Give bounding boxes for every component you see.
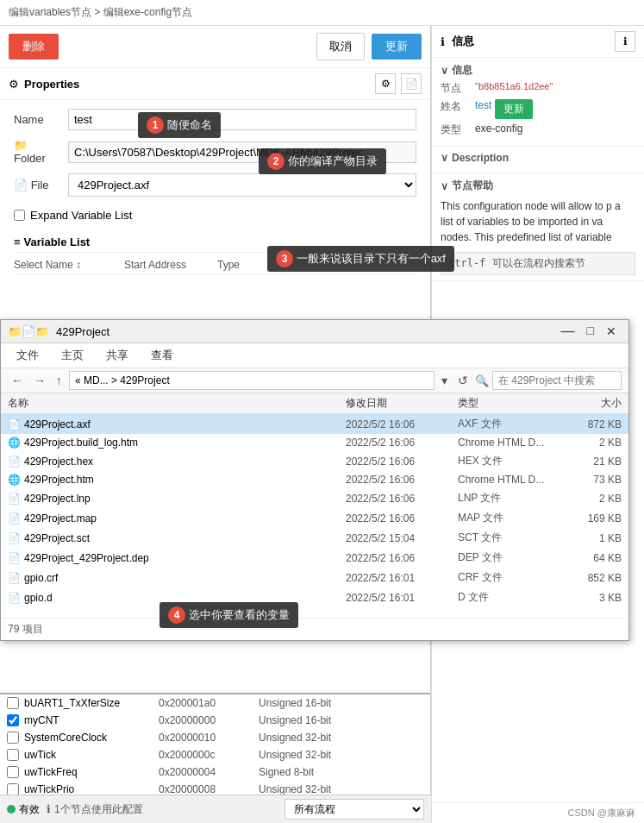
explorer-content: 名称 修改日期 类型 大小 📄 429Project.axf 2022/5/2 … [1, 393, 628, 618]
right-footer: CSDN @康麻麻 [431, 802, 644, 823]
file-date: 2022/5/2 16:06 [346, 493, 458, 505]
page-icon-button[interactable]: 📄 [401, 73, 422, 94]
file-item[interactable]: 📄 429Project.hex 2022/5/2 16:06 HEX 文件 2… [1, 451, 628, 471]
help-section: ∨ 节点帮助 This configuration node will allo… [432, 173, 644, 281]
variable-addr: 0x2000000c [159, 749, 253, 761]
explorer-tab-查看[interactable]: 查看 [142, 345, 182, 366]
settings-icon-button[interactable]: ⚙ [375, 73, 396, 94]
properties-title: Properties [24, 78, 370, 91]
file-type-icon: 📄 [8, 552, 21, 564]
search-input[interactable] [492, 371, 622, 390]
variable-item: myCNT 0x20000000 Unsigned 16-bit [0, 712, 430, 729]
folder-icon: 📁 [14, 139, 28, 152]
file-type: LNP 文件 [458, 491, 561, 506]
variable-item: bUART1_TxXferSize 0x200001a0 Unsigned 16… [0, 694, 430, 712]
variable-checkbox[interactable] [7, 697, 19, 709]
col-size: 大小 [561, 396, 622, 411]
search-icon: 🔍 [475, 374, 489, 387]
explorer-tab-主页[interactable]: 主页 [53, 345, 92, 366]
variable-list-header: ≡ Variable List [14, 232, 416, 253]
dropdown-button[interactable]: ▾ [438, 372, 451, 389]
col-addr-header: Start Address [124, 259, 210, 271]
file-size: 1 KB [561, 532, 622, 544]
file-item[interactable]: 📄 gpio.d 2022/5/2 16:01 D 文件 3 KB [1, 587, 628, 607]
gear-icon: ⚙ [9, 78, 19, 91]
breadcrumb: 编辑variables节点 > 编辑exe-config节点 [0, 0, 644, 26]
forward-button[interactable]: → [30, 372, 49, 389]
folder-row: 📁 Folder [14, 139, 416, 165]
variable-name: myCNT [24, 714, 153, 726]
bottom-status: 有效 ℹ 1个节点使用此配置 所有流程 [0, 795, 431, 823]
file-name: 📄 429Project.sct [8, 532, 346, 544]
file-row: 📄 File 429Project.axf [14, 173, 416, 197]
up-button[interactable]: ↑ [53, 372, 66, 389]
type-value: exe-config [475, 123, 522, 135]
file-type-icon: 📄 [8, 592, 21, 604]
file-item[interactable]: 🌐 429Project.build_log.htm 2022/5/2 16:0… [1, 434, 628, 451]
node-value: "b8b851a6.1d2ee" [475, 81, 553, 91]
file-name: 📄 gpio.crf [8, 572, 346, 584]
file-type: AXF 文件 [458, 417, 561, 431]
variable-name: bUART1_TxXferSize [24, 697, 153, 709]
file-size: 21 KB [561, 455, 622, 468]
file-item[interactable]: 📄 429Project.sct 2022/5/2 15:04 SCT 文件 1… [1, 528, 628, 548]
node-key: 节点 [441, 81, 475, 96]
variable-checkbox[interactable] [7, 783, 19, 795]
back-button[interactable]: ← [8, 372, 27, 389]
variable-checkbox[interactable] [7, 714, 19, 726]
explorer-titlebar: 📁📄📁 429Project — □ ✕ [1, 320, 628, 343]
file-type: Chrome HTML D... [458, 474, 561, 486]
variable-checkbox[interactable] [7, 766, 19, 778]
file-explorer: 📁📄📁 429Project — □ ✕ 文件主页共享查看 ← → ↑ ▾ ↺ … [0, 319, 629, 641]
file-count: 79 项目 [1, 618, 628, 640]
file-type: HEX 文件 [458, 454, 561, 468]
col-type-header: Type [217, 259, 286, 271]
info-button[interactable]: ℹ [615, 31, 635, 52]
right-update-button[interactable]: 更新 [495, 99, 533, 119]
file-type: Chrome HTML D... [458, 437, 561, 449]
file-type-icon: 🌐 [8, 437, 21, 449]
file-item[interactable]: 📄 429Project_429Project.dep 2022/5/2 16:… [1, 548, 628, 568]
expand-icon-info: ∨ [441, 65, 448, 77]
file-name: 📄 429Project.lnp [8, 493, 346, 505]
variable-columns: Select Name ↕ Start Address Type [14, 256, 416, 274]
info-section-title: ∨ 信息 [441, 63, 635, 78]
variable-type: Unsigned 32-bit [259, 783, 423, 795]
file-date: 2022/5/2 16:06 [346, 552, 458, 564]
file-item[interactable]: 📄 429Project.axf 2022/5/2 16:06 AXF 文件 8… [1, 414, 628, 434]
cancel-button[interactable]: 取消 [316, 33, 365, 60]
refresh-button[interactable]: ↺ [454, 372, 472, 389]
expand-icon-help: ∨ [441, 180, 448, 192]
file-item[interactable]: 📄 gpio.crf 2022/5/2 16:01 CRF 文件 852 KB [1, 568, 628, 587]
folder-input[interactable] [68, 141, 416, 163]
variable-name: uwTickPrio [24, 783, 153, 795]
name-row-right: 姓名 test 更新 [441, 99, 635, 119]
file-item[interactable]: 📄 429Project.lnp 2022/5/2 16:06 LNP 文件 2… [1, 488, 628, 508]
node-row: 节点 "b8b851a6.1d2ee" [441, 81, 635, 96]
file-item[interactable]: 🌐 429Project.htm 2022/5/2 16:06 Chrome H… [1, 471, 628, 488]
explorer-tab-文件[interactable]: 文件 [8, 345, 47, 366]
minimize-button[interactable]: — [556, 324, 580, 339]
variable-checkbox[interactable] [7, 749, 19, 761]
file-list-header: 名称 修改日期 类型 大小 [1, 393, 628, 414]
name-input[interactable] [68, 109, 416, 130]
expand-label: Expand Variable List [30, 209, 132, 222]
variable-addr: 0x20000008 [159, 783, 253, 795]
explorer-tab-共享[interactable]: 共享 [97, 345, 137, 366]
variable-name: uwTick [24, 749, 153, 761]
expand-checkbox[interactable] [14, 210, 25, 221]
address-input[interactable] [69, 371, 435, 390]
file-size: 169 KB [561, 512, 622, 525]
variable-list-items: bUART1_TxXferSize 0x200001a0 Unsigned 16… [0, 694, 430, 798]
file-item[interactable]: 📄 429Project.map 2022/5/2 16:06 MAP 文件 1… [1, 508, 628, 528]
file-name: 📄 429Project_429Project.dep [8, 552, 346, 564]
delete-button[interactable]: 删除 [9, 34, 59, 60]
flow-select[interactable]: 所有流程 [284, 799, 424, 820]
file-select[interactable]: 429Project.axf [68, 173, 416, 197]
maximize-button[interactable]: □ [582, 324, 599, 339]
close-button[interactable]: ✕ [601, 324, 622, 339]
variable-checkbox[interactable] [7, 732, 19, 744]
col-date: 修改日期 [346, 396, 458, 411]
update-button[interactable]: 更新 [372, 34, 422, 60]
help-text: This configuration node will allow to p … [441, 198, 635, 245]
